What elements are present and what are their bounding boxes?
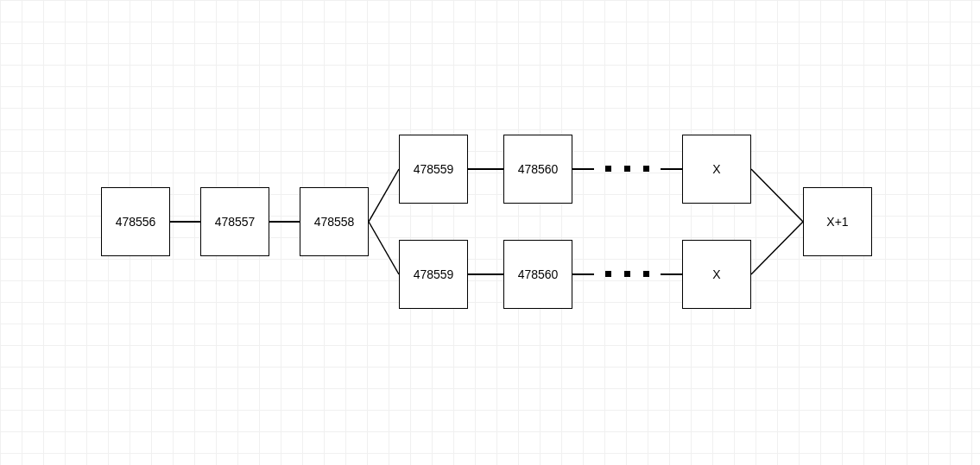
merge-connector — [0, 0, 980, 465]
svg-line-2 — [751, 169, 803, 222]
diagram-canvas: 478556 478557 478558 478559 478560 X 478… — [0, 0, 980, 465]
svg-line-3 — [751, 222, 803, 274]
